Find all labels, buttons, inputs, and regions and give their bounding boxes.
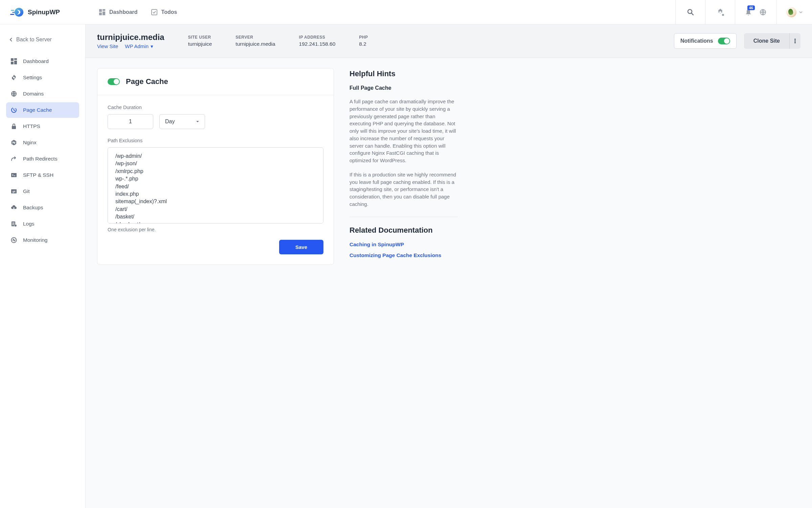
globe-button[interactable] [760,9,766,16]
meta-server: SERVER turnipjuice.media [235,35,275,47]
notifications-button[interactable]: 46 [745,9,751,16]
sidebar-item-logs[interactable]: Logs [6,216,79,232]
sidebar-item-settings[interactable]: Settings [6,70,79,85]
svg-rect-6 [99,13,102,15]
wp-admin-link[interactable]: WP Admin▾ [125,43,153,49]
site-header: turnipjuice.media View Site WP Admin▾ SI… [86,24,812,58]
sidebar-item-label: HTTPS [23,123,40,129]
svg-rect-16 [11,62,14,64]
cache-duration-input[interactable] [108,114,153,129]
hints-paragraph: If this is a production site we highly r… [349,171,458,208]
sidebar-item-git[interactable]: git Git [6,184,79,199]
hints-subtitle: Full Page Cache [349,85,458,91]
svg-rect-26 [12,223,15,223]
back-to-server[interactable]: Back to Server [6,33,79,54]
more-icon [794,38,796,44]
globe-icon [11,91,17,97]
dashboard-icon [11,58,17,64]
logs-icon [11,221,17,227]
notifications-badge: 46 [747,5,755,10]
notifications-label: Notifications [680,38,713,44]
view-site-link[interactable]: View Site [97,43,118,49]
doc-link-caching[interactable]: Caching in SpinupWP [349,241,458,248]
logo[interactable]: SpinupWP [0,7,86,17]
sidebar-item-label: Backups [23,205,43,211]
docs-title: Related Documentation [349,226,458,235]
brand-logo-icon [10,7,24,17]
sidebar-item-label: Git [23,188,30,194]
clone-site-button[interactable]: Clone Site [744,33,789,49]
svg-rect-22 [11,173,17,177]
search-icon [687,9,694,16]
doc-link-exclusions[interactable]: Customizing Page Cache Exclusions [349,252,458,258]
meta-php: PHP 8.2 [359,35,368,47]
search-button[interactable] [675,0,705,24]
avatar [786,7,796,17]
page-cache-toggle[interactable] [108,78,120,85]
cache-duration-unit-select[interactable]: Day [159,114,205,129]
chevron-down-icon [799,11,803,13]
nav-todos[interactable]: Todos [151,9,177,15]
svg-rect-5 [103,9,105,11]
redirect-icon [11,156,17,162]
path-exclusions-label: Path Exclusions [108,138,323,143]
svg-rect-3 [10,14,14,15]
hints-paragraph: A full page cache can dramatically impro… [349,98,458,164]
brand-name: SpinupWP [28,8,60,16]
exclusions-hint: One exclusion per line. [108,227,323,232]
divider [349,217,458,217]
svg-rect-1 [11,10,14,11]
sidebar-item-nginx[interactable]: Nginx [6,135,79,150]
hints-title: Helpful Hints [349,69,458,78]
chevron-down-icon: ▾ [151,43,153,49]
save-button[interactable]: Save [279,240,323,254]
todos-icon [151,9,157,15]
user-menu[interactable] [776,0,812,24]
svg-rect-14 [11,58,14,61]
header: SpinupWP Dashboard Todos 46 [0,0,812,24]
sidebar-item-monitoring[interactable]: Monitoring [6,232,79,248]
sidebar-item-path-redirects[interactable]: Path Redirects [6,151,79,167]
dashboard-icon [99,9,105,15]
svg-point-12 [722,14,724,16]
sidebar-item-label: Domains [23,91,44,97]
meta-ip: IP ADDRESS 192.241.158.60 [299,35,336,47]
cache-icon [11,107,17,113]
sidebar-item-label: Logs [23,221,35,227]
main-content: turnipjuice.media View Site WP Admin▾ SI… [86,24,812,508]
svg-rect-27 [12,224,15,224]
nav-dashboard-label: Dashboard [109,9,138,15]
settings-button[interactable] [705,0,735,24]
svg-text:git: git [13,190,16,193]
notifications-toggle-box: Notifications [674,33,737,49]
nav-dashboard[interactable]: Dashboard [99,9,138,15]
cache-duration-label: Cache Duration [108,105,323,110]
sidebar-item-sftp-ssh[interactable]: SFTP & SSH [6,167,79,183]
clone-site-dropdown[interactable] [789,33,800,49]
sidebar-item-label: Path Redirects [23,156,58,162]
sidebar-item-backups[interactable]: Backups [6,200,79,215]
terminal-icon [11,172,17,178]
sidebar-item-label: Page Cache [23,107,52,113]
sidebar-item-https[interactable]: HTTPS [6,119,79,134]
svg-rect-2 [12,12,15,13]
svg-point-29 [15,225,17,227]
sidebar-item-page-cache[interactable]: Page Cache [6,102,79,118]
svg-point-11 [719,11,721,13]
sidebar-item-dashboard[interactable]: Dashboard [6,54,79,69]
gear-icon [11,75,17,81]
sidebar-item-domains[interactable]: Domains [6,86,79,102]
svg-rect-7 [103,12,105,15]
chevron-down-icon [196,121,199,123]
selected-unit: Day [165,119,175,125]
sidebar-item-label: Settings [23,75,42,81]
page-cache-title: Page Cache [126,77,168,86]
path-exclusions-textarea[interactable] [108,147,323,224]
svg-point-18 [13,77,15,79]
nav-todos-label: Todos [161,9,177,15]
meta-site-user: SITE USER turnipjuice [188,35,212,47]
git-icon: git [11,188,17,194]
back-label: Back to Server [16,37,52,43]
notifications-toggle[interactable] [718,38,730,44]
svg-rect-4 [99,9,102,12]
